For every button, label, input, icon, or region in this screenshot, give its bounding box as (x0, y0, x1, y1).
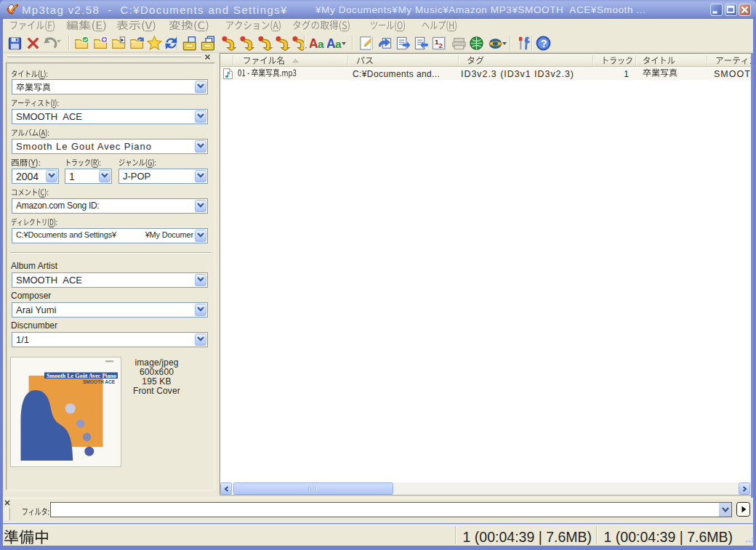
svg-text:a: a (318, 38, 324, 50)
svg-text:SMOOTH ACE: SMOOTH ACE (83, 379, 115, 385)
svg-text:A: A (310, 36, 318, 51)
svg-text:2: 2 (439, 41, 443, 49)
svg-text:?: ? (541, 38, 547, 49)
svg-text:a: a (335, 38, 342, 50)
svg-text:A: A (327, 36, 336, 51)
